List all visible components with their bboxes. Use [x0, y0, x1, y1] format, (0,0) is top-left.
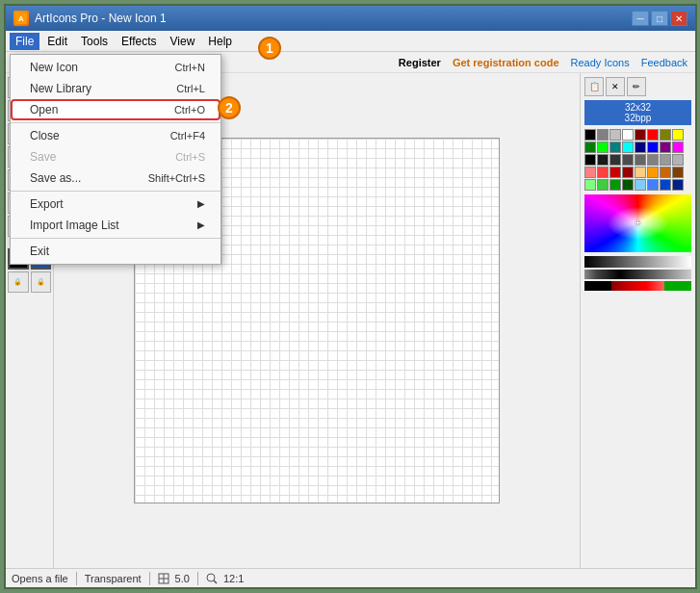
link-register[interactable]: Register: [399, 57, 441, 68]
menu-file[interactable]: File: [10, 33, 39, 50]
menu-sep-3: [11, 238, 220, 239]
app-icon: A: [13, 11, 29, 26]
menu-save-as[interactable]: Save as... Shift+Ctrl+S: [11, 168, 220, 189]
window-title: ArtIcons Pro - New Icon 1: [35, 12, 167, 25]
minimize-button[interactable]: ─: [632, 11, 649, 26]
badge-2: 2: [218, 96, 241, 119]
color-cell[interactable]: [609, 129, 621, 141]
color-cell[interactable]: [660, 179, 671, 191]
color-cell[interactable]: [635, 142, 646, 153]
menu-bar: File New Icon Ctrl+N New Library Ctrl+L …: [6, 31, 695, 52]
menu-help[interactable]: Help: [202, 33, 238, 50]
color-cell[interactable]: [647, 142, 659, 153]
color-cell[interactable]: [584, 179, 596, 191]
color-cell[interactable]: [672, 154, 684, 166]
right-btn-3[interactable]: ✏: [627, 77, 646, 96]
menu-open[interactable]: Open Ctrl+O: [11, 99, 220, 120]
color-cell[interactable]: [622, 129, 634, 141]
color-cell[interactable]: [647, 154, 659, 166]
file-menu-wrap: File New Icon Ctrl+N New Library Ctrl+L …: [10, 33, 39, 50]
menu-sep-2: [11, 191, 220, 192]
strip-green: [664, 281, 691, 291]
file-dropdown: New Icon Ctrl+N New Library Ctrl+L Open …: [10, 54, 221, 265]
color-cell[interactable]: [584, 167, 596, 178]
gray-scale[interactable]: [584, 256, 691, 268]
color-cell[interactable]: [660, 129, 671, 141]
color-gradient[interactable]: +: [584, 194, 691, 252]
menu-edit[interactable]: Edit: [41, 33, 73, 50]
status-div-3: [197, 572, 198, 585]
zoom-icon: [206, 573, 218, 584]
tool-lock[interactable]: 🔒: [31, 271, 52, 293]
menu-exit[interactable]: Exit: [11, 241, 220, 262]
color-cell[interactable]: [647, 129, 659, 141]
color-cell[interactable]: [660, 142, 671, 153]
menu-effects[interactable]: Effects: [116, 33, 162, 50]
color-cell[interactable]: [622, 154, 634, 166]
status-div-1: [76, 572, 77, 585]
color-cell[interactable]: [609, 167, 621, 178]
file-dropdown-menu: New Icon Ctrl+N New Library Ctrl+L Open …: [10, 54, 221, 265]
menu-new-icon[interactable]: New Icon Ctrl+N: [11, 57, 220, 78]
close-button[interactable]: ✕: [670, 11, 687, 26]
color-cell[interactable]: [597, 129, 609, 141]
color-cell[interactable]: [584, 154, 596, 166]
color-cell[interactable]: [660, 167, 671, 178]
color-cell[interactable]: [597, 167, 609, 178]
title-bar-left: A ArtIcons Pro - New Icon 1: [13, 11, 167, 26]
svg-point-5: [207, 574, 215, 581]
link-ready-icons[interactable]: Ready Icons: [571, 57, 630, 68]
color-cell[interactable]: [635, 167, 646, 178]
color-cell[interactable]: [609, 154, 621, 166]
maximize-button[interactable]: □: [651, 11, 668, 26]
color-cell[interactable]: [647, 179, 659, 191]
strip-red: [611, 281, 665, 291]
status-bar: Opens a file Transparent 5.0 12:1: [6, 568, 695, 587]
color-cell[interactable]: [635, 129, 646, 141]
title-bar: A ArtIcons Pro - New Icon 1 ─ □ ✕: [6, 6, 695, 31]
color-cell[interactable]: [622, 142, 634, 153]
size-label: 32x32 32bpp: [584, 100, 691, 125]
color-cell[interactable]: [597, 142, 609, 153]
main-window: A ArtIcons Pro - New Icon 1 ─ □ ✕ File N…: [4, 4, 697, 589]
color-cell[interactable]: [622, 179, 634, 191]
badge-1: 1: [258, 37, 281, 60]
color-cell[interactable]: [672, 167, 684, 178]
color-cell[interactable]: [672, 129, 684, 141]
color-cell[interactable]: [672, 179, 684, 191]
color-cell[interactable]: [597, 154, 609, 166]
title-buttons: ─ □ ✕: [632, 11, 687, 26]
color-cell[interactable]: [584, 129, 596, 141]
dark-gradient-strip: [584, 270, 691, 279]
status-color: Transparent: [85, 573, 142, 584]
tool-row-9: 🔒 🔒: [8, 271, 51, 293]
right-btn-1[interactable]: 📋: [584, 77, 604, 96]
link-feedback[interactable]: Feedback: [641, 57, 687, 68]
color-palette: [584, 129, 691, 191]
right-toolbar: 📋 ✕ ✏: [584, 77, 691, 96]
color-cell[interactable]: [635, 154, 646, 166]
menu-view[interactable]: View: [165, 33, 201, 50]
menu-export[interactable]: Export ▶: [11, 193, 220, 215]
menu-close[interactable]: Close Ctrl+F4: [11, 125, 220, 146]
svg-text:A: A: [18, 14, 24, 23]
color-cell[interactable]: [597, 179, 609, 191]
color-cell[interactable]: [609, 142, 621, 153]
color-cell[interactable]: [635, 179, 646, 191]
color-cell[interactable]: [672, 142, 684, 153]
menu-sep-1: [11, 122, 220, 123]
color-cell[interactable]: [609, 179, 621, 191]
color-cell[interactable]: [622, 167, 634, 178]
menu-tools[interactable]: Tools: [75, 33, 114, 50]
color-cell[interactable]: [584, 142, 596, 153]
color-cell[interactable]: [647, 167, 659, 178]
status-coord: 5.0: [158, 573, 190, 584]
color-cell[interactable]: [660, 154, 671, 166]
menu-import-image-list[interactable]: Import Image List ▶: [11, 215, 220, 236]
link-get-reg-code[interactable]: Get registration code: [453, 57, 559, 68]
right-btn-2[interactable]: ✕: [606, 77, 625, 96]
color-strip: [584, 281, 691, 291]
menu-new-library[interactable]: New Library Ctrl+L: [11, 78, 220, 99]
svg-line-6: [214, 580, 217, 583]
tool-transparent[interactable]: 🔒: [8, 271, 29, 293]
